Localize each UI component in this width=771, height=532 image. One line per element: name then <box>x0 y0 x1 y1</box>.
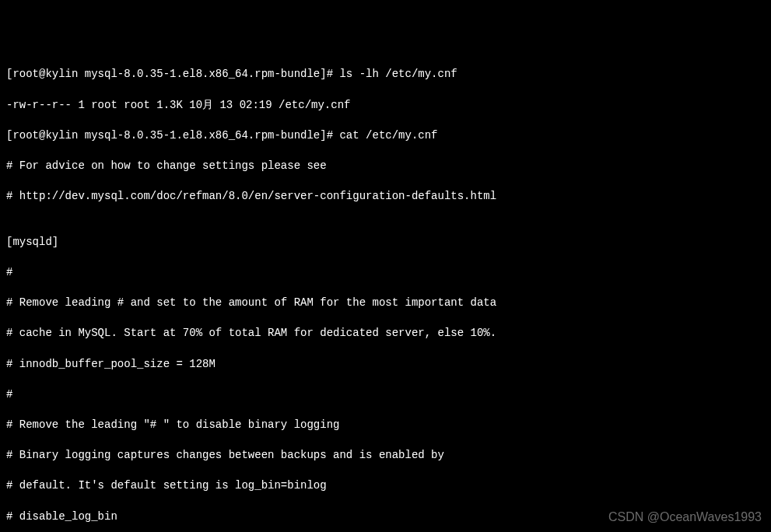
output-line: # <box>6 387 765 403</box>
output-line: # http://dev.mysql.com/doc/refman/8.0/en… <box>6 189 765 205</box>
output-line: # Binary logging captures changes betwee… <box>6 448 765 464</box>
output-line: -rw-r--r-- 1 root root 1.3K 10月 13 02:19… <box>6 98 765 114</box>
prompt-line: [root@kylin mysql-8.0.35-1.el8.x86_64.rp… <box>6 67 765 82</box>
prompt-line: [root@kylin mysql-8.0.35-1.el8.x86_64.rp… <box>6 128 765 144</box>
output-line: # cache in MySQL. Start at 70% of total … <box>6 326 765 341</box>
terminal-output[interactable]: [root@kylin mysql-8.0.35-1.el8.x86_64.rp… <box>6 67 765 532</box>
output-line: # innodb_buffer_pool_size = 128M <box>6 357 765 373</box>
output-line: # Remove leading # and set to the amount… <box>6 296 765 311</box>
watermark-text: CSDN @OceanWaves1993 <box>608 509 762 526</box>
output-line: # For advice on how to change settings p… <box>6 159 765 174</box>
output-line: # <box>6 265 765 281</box>
output-line: # default. It's default setting is log_b… <box>6 478 765 494</box>
output-line: [mysqld] <box>6 235 765 250</box>
output-line: # Remove the leading "# " to disable bin… <box>6 418 765 433</box>
